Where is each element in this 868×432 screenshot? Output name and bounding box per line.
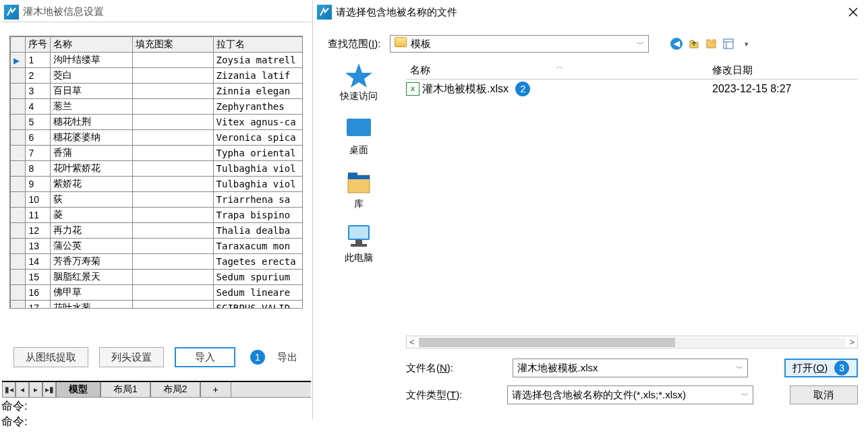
cell-name[interactable]: 荻 bbox=[51, 192, 132, 208]
table-row[interactable]: 3百日草Zinnia elegan bbox=[11, 84, 303, 99]
close-button[interactable] bbox=[843, 3, 863, 21]
cell-latin[interactable]: Vitex agnus-ca bbox=[213, 115, 302, 130]
cell-fill[interactable] bbox=[132, 254, 213, 270]
cell-seq[interactable]: 2 bbox=[26, 68, 51, 84]
cell-seq[interactable]: 15 bbox=[26, 270, 51, 285]
cell-seq[interactable]: 11 bbox=[26, 208, 51, 223]
cell-name[interactable]: 紫娇花 bbox=[51, 177, 132, 192]
cell-latin[interactable]: Zizania latif bbox=[213, 68, 302, 84]
cell-latin[interactable]: Tagetes erecta bbox=[213, 254, 302, 270]
cell-seq[interactable]: 8 bbox=[26, 161, 51, 177]
table-row[interactable]: 13蒲公英Taraxacum mon bbox=[11, 239, 303, 254]
header-date[interactable]: 修改日期 bbox=[712, 64, 858, 77]
cell-name[interactable]: 蒲公英 bbox=[51, 239, 132, 254]
table-row[interactable]: 10荻Triarrhena sa bbox=[11, 192, 303, 208]
cell-seq[interactable]: 7 bbox=[26, 146, 51, 161]
cell-name[interactable]: 再力花 bbox=[51, 223, 132, 239]
open-button[interactable]: 打开(O)3 bbox=[784, 359, 858, 377]
cell-latin[interactable]: Zinnia elegan bbox=[213, 84, 302, 99]
cell-fill[interactable] bbox=[132, 301, 213, 309]
cell-fill[interactable] bbox=[132, 161, 213, 177]
cell-latin[interactable]: Veronica spica bbox=[213, 130, 302, 146]
cell-name[interactable]: 菱 bbox=[51, 208, 132, 223]
column-settings-button[interactable]: 列头设置 bbox=[99, 347, 164, 367]
up-one-level-icon[interactable] bbox=[688, 38, 700, 50]
new-folder-icon[interactable] bbox=[705, 38, 718, 50]
cell-seq[interactable]: 17 bbox=[26, 301, 51, 309]
tab-nav-first[interactable]: ▮◂ bbox=[2, 382, 16, 397]
cell-fill[interactable] bbox=[132, 130, 213, 146]
table-row[interactable]: 17花叶水葱SCIRPUS VALID bbox=[11, 301, 303, 309]
cell-latin[interactable]: Sedum spurium bbox=[213, 270, 302, 285]
place-quick-access[interactable]: 快速访问 bbox=[340, 62, 378, 102]
cell-latin[interactable]: Triarrhena sa bbox=[213, 192, 302, 208]
horizontal-scrollbar[interactable]: < > bbox=[406, 336, 858, 348]
cell-fill[interactable] bbox=[132, 99, 213, 115]
cell-fill[interactable] bbox=[132, 208, 213, 223]
filename-combo[interactable]: 灌木地被模板.xlsx ﹀ bbox=[513, 359, 748, 377]
tab-add[interactable]: + bbox=[200, 382, 231, 397]
cell-name[interactable]: 穗花牡荆 bbox=[51, 115, 132, 130]
cell-seq[interactable]: 16 bbox=[26, 285, 51, 301]
col-latin[interactable]: 拉丁名 bbox=[213, 37, 302, 53]
cell-fill[interactable] bbox=[132, 146, 213, 161]
tab-nav-next[interactable]: ▸ bbox=[29, 382, 42, 397]
scroll-thumb[interactable] bbox=[419, 338, 675, 347]
export-button[interactable]: 导出 bbox=[276, 347, 299, 367]
col-seq[interactable]: 序号 bbox=[26, 37, 51, 53]
table-row[interactable]: 2茭白Zizania latif bbox=[11, 68, 303, 84]
cell-seq[interactable]: 14 bbox=[26, 254, 51, 270]
cell-latin[interactable]: Tulbaghia viol bbox=[213, 161, 302, 177]
cell-seq[interactable]: 4 bbox=[26, 99, 51, 115]
cell-fill[interactable] bbox=[132, 53, 213, 68]
tab-nav-last[interactable]: ▸▮ bbox=[42, 382, 56, 397]
table-row[interactable]: 6穗花婆婆纳Veronica spica bbox=[11, 130, 303, 146]
cell-latin[interactable]: Tulbaghia viol bbox=[213, 177, 302, 192]
cell-name[interactable]: 花叶紫娇花 bbox=[51, 161, 132, 177]
table-row[interactable]: 16佛甲草Sedum lineare bbox=[11, 285, 303, 301]
table-row[interactable]: 14芳香万寿菊Tagetes erecta bbox=[11, 254, 303, 270]
cell-latin[interactable]: Trapa bispino bbox=[213, 208, 302, 223]
tab-model[interactable]: 模型 bbox=[56, 382, 100, 397]
cell-fill[interactable] bbox=[132, 239, 213, 254]
import-button[interactable]: 导入 bbox=[175, 347, 235, 367]
table-row[interactable]: 8花叶紫娇花Tulbaghia viol bbox=[11, 161, 303, 177]
table-row[interactable]: 9紫娇花Tulbaghia viol bbox=[11, 177, 303, 192]
place-desktop[interactable]: 桌面 bbox=[344, 116, 374, 156]
tab-layout1[interactable]: 布局1 bbox=[100, 382, 150, 397]
table-row[interactable]: ▶1沟叶结缕草Zoysia matrell bbox=[11, 53, 303, 68]
look-in-combo[interactable]: 模板 ﹀ bbox=[390, 35, 649, 53]
cell-fill[interactable] bbox=[132, 192, 213, 208]
table-row[interactable]: 12再力花Thalia dealba bbox=[11, 223, 303, 239]
cancel-button[interactable]: 取消 bbox=[790, 385, 858, 404]
table-row[interactable]: 15胭脂红景天Sedum spurium bbox=[11, 270, 303, 285]
cell-seq[interactable]: 13 bbox=[26, 239, 51, 254]
cell-seq[interactable]: 12 bbox=[26, 223, 51, 239]
cell-name[interactable]: 花叶水葱 bbox=[51, 301, 132, 309]
cell-seq[interactable]: 9 bbox=[26, 177, 51, 192]
place-this-pc[interactable]: 此电脑 bbox=[344, 224, 374, 264]
cell-fill[interactable] bbox=[132, 270, 213, 285]
scroll-right-icon[interactable]: > bbox=[849, 337, 855, 347]
file-row[interactable]: X 灌木地被模板.xlsx 2 2023-12-15 8:27 bbox=[406, 80, 858, 98]
cell-name[interactable]: 沟叶结缕草 bbox=[51, 53, 132, 68]
cell-fill[interactable] bbox=[132, 223, 213, 239]
filetype-combo[interactable]: 请选择包含地被名称的文件(*.xls;*.xlsx) ﹀ bbox=[507, 385, 753, 404]
cell-seq[interactable]: 3 bbox=[26, 84, 51, 99]
cell-latin[interactable]: Sedum lineare bbox=[213, 285, 302, 301]
cell-latin[interactable]: SCIRPUS VALID bbox=[213, 301, 302, 309]
col-fill[interactable]: 填充图案 bbox=[132, 37, 213, 53]
table-row[interactable]: 11菱Trapa bispino bbox=[11, 208, 303, 223]
cell-fill[interactable] bbox=[132, 68, 213, 84]
cell-fill[interactable] bbox=[132, 177, 213, 192]
views-icon[interactable] bbox=[723, 38, 735, 50]
cell-name[interactable]: 葱兰 bbox=[51, 99, 132, 115]
cell-fill[interactable] bbox=[132, 84, 213, 99]
place-libraries[interactable]: 库 bbox=[344, 170, 374, 210]
cell-name[interactable]: 茭白 bbox=[51, 68, 132, 84]
cell-name[interactable]: 佛甲草 bbox=[51, 285, 132, 301]
table-row[interactable]: 5穗花牡荆Vitex agnus-ca bbox=[11, 115, 303, 130]
cell-fill[interactable] bbox=[132, 115, 213, 130]
back-icon[interactable]: ◄ bbox=[670, 38, 683, 50]
cell-fill[interactable] bbox=[132, 285, 213, 301]
